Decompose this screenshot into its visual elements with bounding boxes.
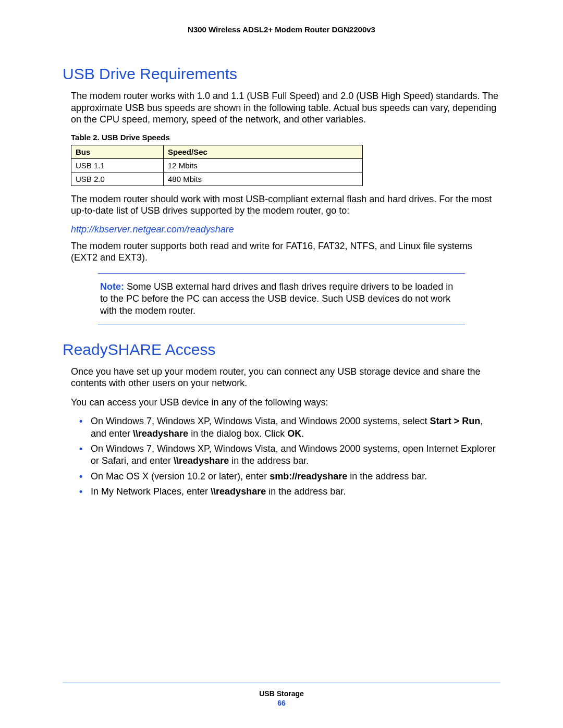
page-footer: USB Storage 66	[63, 683, 500, 707]
footer-title: USB Storage	[63, 689, 500, 698]
bullet-list: On Windows 7, Windows XP, Windows Vista,…	[78, 415, 500, 498]
paragraph: The modem router supports both read and …	[71, 240, 500, 264]
table-header: Speed/Sec	[164, 145, 363, 158]
table-cell: USB 1.1	[71, 158, 164, 172]
table-cell: 480 Mbits	[164, 172, 363, 186]
heading-usb-drive-requirements: USB Drive Requirements	[63, 65, 500, 83]
heading-readyshare-access: ReadySHARE Access	[63, 341, 500, 359]
list-item: On Windows 7, Windows XP, Windows Vista,…	[78, 415, 500, 440]
table-row: USB 1.1 12 Mbits	[71, 158, 363, 172]
note-text: Some USB external hard drives and flash …	[100, 281, 453, 316]
note-block: Note: Some USB external hard drives and …	[98, 273, 465, 325]
paragraph: You can access your USB device in any of…	[71, 397, 500, 409]
page-content: N300 Wireless ADSL2+ Modem Router DGN220…	[0, 0, 563, 498]
readyshare-link[interactable]: http://kbserver.netgear.com/readyshare	[71, 224, 500, 235]
usb-speeds-table: Bus Speed/Sec USB 1.1 12 Mbits USB 2.0 4…	[71, 145, 363, 186]
table-row: USB 2.0 480 Mbits	[71, 172, 363, 186]
page-number: 66	[63, 699, 500, 707]
list-item: On Windows 7, Windows XP, Windows Vista,…	[78, 443, 500, 467]
note-label: Note:	[100, 281, 124, 292]
document-header: N300 Wireless ADSL2+ Modem Router DGN220…	[63, 25, 500, 34]
list-item: In My Network Places, enter \\readyshare…	[78, 486, 500, 498]
table-header: Bus	[71, 145, 164, 158]
table-caption: Table 2. USB Drive Speeds	[71, 133, 500, 142]
table-header-row: Bus Speed/Sec	[71, 145, 363, 158]
list-item: On Mac OS X (version 10.2 or later), ent…	[78, 471, 500, 483]
paragraph: Once you have set up your modem router, …	[71, 366, 500, 389]
table-cell: USB 2.0	[71, 172, 164, 186]
table-cell: 12 Mbits	[164, 158, 363, 172]
paragraph: The modem router should work with most U…	[71, 193, 500, 217]
paragraph: The modem router works with 1.0 and 1.1 …	[71, 90, 500, 126]
